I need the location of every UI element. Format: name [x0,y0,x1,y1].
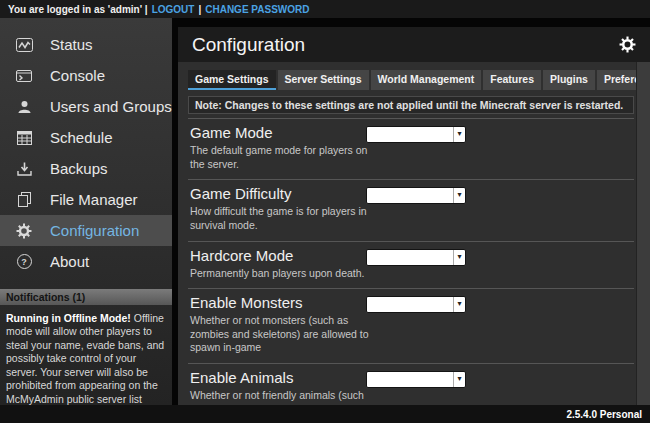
tab-server-settings[interactable]: Server Settings [278,70,369,90]
game-difficulty-select[interactable]: ▾ [366,187,466,204]
settings-list: Game Mode The default game mode for play… [188,118,634,405]
sidebar-item-label: Configuration [50,222,139,239]
sidebar-item-label: File Manager [50,191,138,208]
setting-row-enable-monsters: Enable Monsters Whether or not monsters … [188,288,634,363]
sidebar-item-label: About [50,253,89,270]
backups-icon [14,162,34,176]
notifications-header: Notifications (1) [0,289,172,305]
page-title: Configuration [192,34,305,56]
enable-animals-select[interactable]: ▾ [366,371,466,388]
help-icon: ? [14,254,34,269]
scrollbar[interactable] [636,62,650,405]
notifications-panel: Notifications (1) Running in Offline Mod… [0,289,172,405]
status-icon [14,38,34,52]
game-mode-select[interactable]: ▾ [366,126,466,143]
sidebar-item-backups[interactable]: Backups [0,153,172,184]
tab-game-settings[interactable]: Game Settings [188,70,276,90]
setting-description: Permanently ban players upon death. [190,267,372,281]
sidebar-item-file-manager[interactable]: File Manager [0,184,172,215]
configuration-panel: Configuration Game Settings Server Setti… [178,27,650,405]
schedule-icon [14,131,34,145]
sidebar-item-label: Console [50,67,105,84]
sidebar-item-label: Status [50,36,93,53]
session-bar: You are logged in as 'admin' | LOGOUT | … [0,0,650,18]
setting-row-hardcore-mode: Hardcore Mode Permanently ban players up… [188,241,634,289]
mcmyadmin-window: You are logged in as 'admin' | LOGOUT | … [0,0,650,423]
settings-gear-icon[interactable] [619,36,636,53]
logged-in-text: You are logged in as 'admin' | [8,4,148,15]
hardcore-mode-select[interactable]: ▾ [366,249,466,266]
status-bar: 2.5.4.0 Personal [0,405,650,423]
tab-world-management[interactable]: World Management [371,70,482,90]
setting-row-enable-animals: Enable Animals Whether or not friendly a… [188,363,634,405]
sidebar-item-label: Users and Groups [50,98,172,115]
sidebar-nav: Status Console Users and Groups Schedule [0,18,172,277]
file-manager-icon [14,192,34,207]
notification-item: Running in Offline Mode! Offline mode wi… [0,305,172,405]
sidebar-item-schedule[interactable]: Schedule [0,122,172,153]
setting-description: Whether or not friendly animals (such as… [190,389,372,405]
tab-plugins[interactable]: Plugins [543,70,595,90]
help-glyph: ? [17,254,32,269]
notification-text: Offline mode will allow other players to… [6,312,164,405]
tab-bar: Game Settings Server Settings World Mana… [178,62,650,90]
link-separator: | [198,4,201,15]
setting-description: Whether or not monsters (such as zombies… [190,314,372,355]
chevron-down-icon: ▾ [453,188,465,203]
users-icon [14,100,34,114]
logout-link[interactable]: LOGOUT [152,4,195,15]
chevron-down-icon: ▾ [453,297,465,312]
notification-title: Running in Offline Mode! [6,312,131,324]
sidebar-item-status[interactable]: Status [0,29,172,60]
chevron-down-icon: ▾ [453,127,465,142]
setting-description: The default game mode for players on the… [190,144,372,171]
sidebar-item-configuration[interactable]: Configuration [0,215,172,246]
sidebar-item-about[interactable]: ? About [0,246,172,277]
gear-icon [14,223,34,239]
sidebar: Status Console Users and Groups Schedule [0,18,172,405]
setting-description: How difficult the game is for players in… [190,205,372,232]
tab-features[interactable]: Features [483,70,541,90]
panel-header: Configuration [178,27,650,62]
change-password-link[interactable]: CHANGE PASSWORD [205,4,309,15]
version-label: 2.5.4.0 Personal [566,409,642,420]
enable-monsters-select[interactable]: ▾ [366,296,466,313]
setting-row-game-difficulty: Game Difficulty How difficult the game i… [188,179,634,240]
chevron-down-icon: ▾ [453,250,465,265]
sidebar-item-console[interactable]: Console [0,60,172,91]
sidebar-item-users-and-groups[interactable]: Users and Groups [0,91,172,122]
sidebar-item-label: Backups [50,160,108,177]
console-icon [14,69,34,83]
sidebar-item-label: Schedule [50,129,113,146]
setting-row-game-mode: Game Mode The default game mode for play… [188,118,634,179]
chevron-down-icon: ▾ [453,372,465,387]
restart-note: Note: Changes to these settings are not … [188,96,634,114]
